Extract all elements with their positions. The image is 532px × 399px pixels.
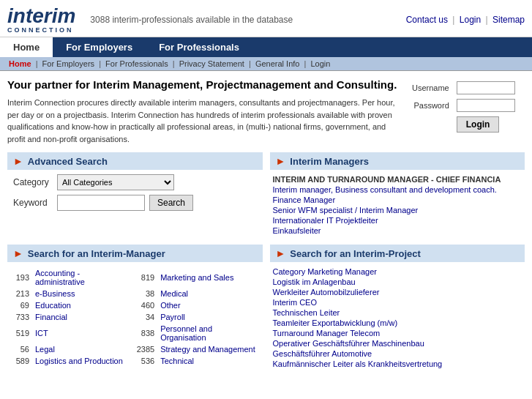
count: 2385	[134, 344, 157, 354]
project-link-8[interactable]: Geschäftsführer Automotive	[273, 348, 522, 359]
interim-link-1[interactable]: Interim manager, Business consultant and…	[273, 184, 522, 195]
manager-link[interactable]: Other	[160, 301, 181, 310]
breadcrumb-general[interactable]: General Info	[255, 59, 300, 68]
manager-link[interactable]: Personnel and Organisation	[160, 324, 212, 342]
interim-link-0[interactable]: INTERIM AND TURNAROUND MANAGER - CHIEF F…	[273, 174, 522, 184]
table-row: 589 Logistics and Production 536 Technic…	[9, 356, 261, 366]
project-link-2[interactable]: Werkleiter Automobilzulieferer	[273, 287, 522, 297]
manager-link[interactable]: Technical	[160, 357, 194, 365]
header: interim CONNECTION 3088 interim-professi…	[0, 0, 532, 37]
interim-managers-links: INTERIM AND TURNAROUND MANAGER - CHIEF F…	[270, 174, 525, 236]
search-button[interactable]: Search	[149, 195, 193, 211]
project-link-1[interactable]: Logistik im Anlagenbau	[273, 277, 522, 287]
count: 213	[9, 288, 32, 299]
hero-section: Your partner for Interim Management, Pro…	[7, 78, 400, 145]
search-project-section: ► Search for an Interim-Project Category…	[270, 245, 525, 369]
manager-table: 193 Accounting - administrative 819 Mark…	[7, 266, 263, 368]
manager-link[interactable]: e-Business	[35, 289, 75, 298]
advanced-search-header: ► Advanced Search	[7, 152, 263, 170]
interim-link-4[interactable]: Internationaler IT Projektleiter	[273, 215, 522, 225]
hero-heading: Your partner for Interim Management, Pro…	[7, 78, 400, 91]
arrow-icon: ►	[13, 155, 23, 167]
manager-link[interactable]: Education	[35, 301, 71, 310]
count: 38	[134, 288, 157, 299]
login-link[interactable]: Login	[460, 15, 481, 25]
manager-link[interactable]: Legal	[35, 345, 55, 354]
project-link-9[interactable]: Kaufmännischer Leiter als Krankheitsvert…	[273, 359, 522, 369]
project-link-6[interactable]: Turnaround Manager Telecom	[273, 328, 522, 338]
count: 519	[9, 324, 32, 343]
interim-managers-section: ► Interim Managers INTERIM AND TURNAROUN…	[270, 152, 525, 236]
interim-link-5[interactable]: Einkaufsleiter	[273, 225, 522, 236]
count: 56	[9, 344, 32, 354]
logo-main-text: interim	[7, 6, 75, 26]
project-link-7[interactable]: Operativer Geschäftsführer Maschinenbau	[273, 338, 522, 348]
count: 819	[134, 268, 157, 287]
table-row: 519 ICT 838 Personnel and Organisation	[9, 324, 261, 343]
login-box: Username Password Login	[408, 78, 525, 145]
manager-link[interactable]: Medical	[160, 289, 188, 298]
project-links: Category Marketing Manager Logistik im A…	[270, 266, 525, 369]
keyword-label: Keyword	[13, 198, 57, 208]
sitemap-link[interactable]: Sitemap	[492, 15, 525, 25]
header-tagline: 3088 interim-professionals available in …	[90, 15, 293, 25]
manager-link[interactable]: Accounting - administrative	[35, 269, 85, 286]
project-link-5[interactable]: Teamleiter Exportabwicklung (m/w)	[273, 318, 522, 328]
manager-link[interactable]: ICT	[35, 329, 48, 338]
contact-link[interactable]: Contact us	[406, 15, 448, 25]
manager-link[interactable]: Logistics and Production	[35, 357, 123, 365]
project-link-4[interactable]: Technischen Leiter	[273, 307, 522, 318]
search-manager-header: ► Search for an Interim-Manager	[7, 245, 263, 262]
username-input[interactable]	[457, 81, 515, 94]
advanced-search-title: Advanced Search	[28, 156, 108, 167]
tab-home[interactable]: Home	[0, 37, 53, 57]
category-select[interactable]: All Categories	[57, 174, 174, 190]
manager-link[interactable]: Payroll	[160, 313, 185, 321]
header-links: Contact us | Login | Sitemap	[406, 15, 525, 25]
arrow-icon-3: ►	[13, 247, 23, 259]
breadcrumb-professionals[interactable]: For Professionals	[105, 59, 168, 68]
count: 536	[134, 356, 157, 366]
interim-managers-header: ► Interim Managers	[270, 152, 525, 170]
keyword-input[interactable]	[57, 195, 145, 211]
count: 733	[9, 312, 32, 322]
login-button[interactable]: Login	[457, 116, 500, 133]
nav-tabs: Home For Employers For Professionals	[0, 37, 532, 57]
count: 69	[9, 300, 32, 310]
logo: interim CONNECTION	[7, 6, 75, 34]
password-label: Password	[409, 97, 452, 113]
arrow-icon-2: ►	[276, 155, 286, 167]
search-project-header: ► Search for an Interim-Project	[270, 245, 525, 262]
breadcrumb-privacy[interactable]: Privacy Statement	[179, 59, 244, 68]
breadcrumb-employers[interactable]: For Employers	[42, 59, 95, 68]
tab-for-employers[interactable]: For Employers	[53, 37, 146, 57]
username-label: Username	[409, 80, 452, 96]
table-row: 193 Accounting - administrative 819 Mark…	[9, 268, 261, 287]
interim-managers-title: Interim Managers	[290, 156, 369, 167]
search-manager-section: ► Search for an Interim-Manager 193 Acco…	[7, 245, 263, 369]
table-row: 69 Education 460 Other	[9, 300, 261, 310]
manager-link[interactable]: Marketing and Sales	[160, 273, 233, 282]
count: 193	[9, 268, 32, 287]
search-manager-title: Search for an Interim-Manager	[28, 248, 165, 259]
tab-for-professionals[interactable]: For Professionals	[146, 37, 252, 57]
count: 589	[9, 356, 32, 366]
logo-sub-text: CONNECTION	[7, 26, 74, 34]
manager-link[interactable]: Financial	[35, 313, 67, 321]
advanced-search-section: ► Advanced Search Category All Categorie…	[7, 152, 263, 236]
password-input[interactable]	[457, 99, 515, 112]
arrow-icon-4: ►	[276, 247, 286, 259]
breadcrumb-login[interactable]: Login	[310, 59, 330, 68]
count: 838	[134, 324, 157, 343]
project-link-3[interactable]: Interim CEO	[273, 297, 522, 307]
breadcrumb: Home | For Employers | For Professionals…	[0, 57, 532, 71]
count: 460	[134, 300, 157, 310]
project-link-0[interactable]: Category Marketing Manager	[273, 266, 522, 277]
interim-link-2[interactable]: Finance Manager	[273, 195, 522, 205]
manager-link[interactable]: Strategy and Management	[160, 345, 255, 354]
interim-link-3[interactable]: Senior WFM specialist / Interim Manager	[273, 205, 522, 215]
table-row: 733 Financial 34 Payroll	[9, 312, 261, 322]
table-row: 56 Legal 2385 Strategy and Management	[9, 344, 261, 354]
hero-body: Interim Connection procures directly ava…	[7, 97, 400, 145]
breadcrumb-home[interactable]: Home	[9, 59, 31, 68]
